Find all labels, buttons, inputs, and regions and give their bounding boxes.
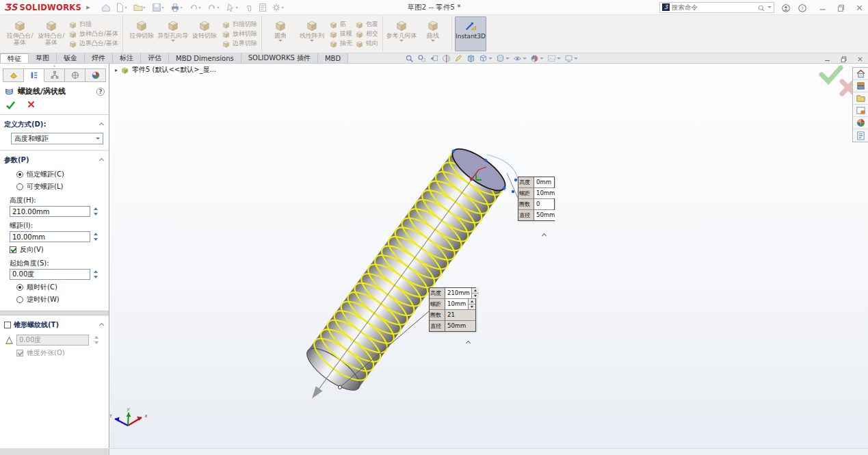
ribbon-button-筋[interactable]: 筋 [329, 20, 352, 29]
view-settings-icon[interactable] [564, 54, 578, 63]
ribbon-button-旋转切除[interactable]: 旋转切除 [189, 16, 220, 51]
section-view-icon[interactable] [442, 54, 451, 63]
pane-tab-propertymanager[interactable] [24, 68, 44, 82]
file-properties-icon[interactable] [257, 2, 269, 13]
ribbon-button-放样凸台/基体[interactable]: 放样凸台/基体 [68, 29, 118, 38]
callout-collapse-icon[interactable] [466, 335, 470, 348]
zoom-to-area-icon[interactable] [417, 54, 426, 63]
callout-value[interactable]: 210mm [445, 288, 471, 298]
previous-view-icon[interactable] [430, 54, 438, 63]
ribbon-button-圆角[interactable]: 圆角 [265, 16, 296, 51]
undo-icon[interactable]: ▾ [187, 2, 205, 13]
ribbon-button-相交[interactable]: 相交 [355, 29, 378, 38]
counterclockwise-radio[interactable]: 逆时针(W) [16, 295, 109, 304]
tab-钣金[interactable]: 钣金 [57, 53, 85, 63]
edit-appearance-icon[interactable] [530, 54, 544, 63]
ok-button[interactable] [5, 100, 16, 110]
pane-tab-dimxpertmanager[interactable] [65, 68, 86, 82]
pitch-spinner[interactable] [92, 231, 100, 242]
constant-pitch-radio[interactable]: 恒定螺距(C) [16, 170, 109, 179]
restore-button[interactable] [837, 1, 845, 14]
parameters-section-header[interactable]: 参数(P) [0, 151, 109, 167]
view-orientation-icon[interactable] [479, 54, 492, 63]
document-close-button[interactable] [856, 52, 864, 65]
variable-pitch-radio[interactable]: 可变螺距(L) [16, 182, 109, 192]
redo-icon[interactable]: ▾ [206, 2, 223, 13]
expand-arrow-icon[interactable]: ▸ [115, 67, 118, 73]
print-icon[interactable]: ▾ [169, 2, 186, 13]
tab-特征[interactable]: 特征 [0, 53, 29, 63]
cancel-button[interactable] [27, 100, 36, 110]
ribbon-button-拔模[interactable]: 拔模 [329, 29, 352, 38]
appearances-scenes-icon[interactable] [853, 117, 868, 129]
feature-tree-root[interactable]: ▸ 零件5 (默认<<默认>_显... [115, 65, 216, 75]
pane-tab-configuration-manager[interactable] [44, 68, 65, 82]
search-input[interactable] [672, 3, 755, 11]
pm-help-icon[interactable]: ? [96, 88, 105, 96]
taper-helix-checkbox[interactable] [4, 322, 11, 328]
hide-show-items-icon[interactable] [513, 54, 527, 63]
pitch-input[interactable] [10, 231, 90, 242]
dynamic-annotation-icon[interactable] [454, 54, 463, 63]
start-angle-spinner[interactable] [92, 269, 100, 280]
ribbon-button-参考几何体[interactable]: 参考几何体 [386, 16, 417, 51]
ribbon-button-放样切除[interactable]: 放样切除 [222, 29, 257, 38]
apply-scene-icon[interactable] [547, 54, 561, 63]
ribbon-button-旋转凸台/基体[interactable]: 旋转凸台/基体 [36, 16, 67, 51]
ribbon-button-抽壳[interactable]: 抽壳 [329, 39, 352, 48]
ribbon-button-Instant3D[interactable]: Instant3D [455, 16, 486, 51]
callout-value[interactable]: 10mm [534, 188, 556, 198]
save-icon[interactable]: ▾ [150, 2, 168, 13]
ribbon-button-扫描[interactable]: 扫描 [68, 20, 118, 29]
options-icon[interactable]: ▾ [270, 2, 287, 13]
search-dropdown-icon[interactable] [767, 6, 772, 8]
height-spinner[interactable] [92, 206, 100, 217]
define-method-section-header[interactable]: 定义方式(D): [0, 115, 109, 131]
start-angle-input[interactable] [10, 269, 90, 280]
callout-spinner[interactable] [468, 299, 475, 309]
taper-helix-section-header[interactable]: 锥形螺纹线(T) [0, 315, 109, 332]
callout-value[interactable]: 0mm [534, 177, 554, 187]
tab-评估[interactable]: 评估 [141, 53, 169, 63]
callout-value[interactable]: 10mm [445, 299, 468, 309]
search-icon[interactable] [757, 1, 765, 14]
file-explorer-icon[interactable] [853, 92, 868, 105]
tab-焊件[interactable]: 焊件 [85, 53, 113, 63]
ribbon-button-拉伸凸台/基体[interactable]: 拉伸凸台/基体 [4, 16, 36, 51]
design-library-icon[interactable] [853, 80, 868, 92]
new-document-icon[interactable]: ▾ [114, 2, 131, 13]
ribbon-button-边界切除[interactable]: 边界切除 [222, 39, 257, 48]
callout-spinner[interactable] [471, 288, 479, 298]
custom-properties-icon[interactable] [853, 129, 868, 142]
close-button[interactable] [855, 1, 864, 14]
height-input[interactable] [10, 206, 90, 217]
minimize-button[interactable] [818, 1, 827, 14]
callout-value[interactable]: 21 [445, 310, 475, 320]
callout-value[interactable]: 0 [534, 199, 554, 209]
ribbon-button-曲线[interactable]: 曲线 [417, 16, 449, 51]
3d-drawing-view-icon[interactable] [466, 54, 475, 63]
define-method-select[interactable]: 高度和螺距 [11, 133, 103, 144]
login-icon[interactable] [781, 1, 791, 14]
ribbon-button-包覆[interactable]: 包覆 [355, 20, 378, 29]
display-style-icon[interactable] [496, 54, 510, 63]
confirm-ok-button[interactable] [821, 68, 841, 81]
ribbon-button-边界凸台/基体[interactable]: 边界凸台/基体 [68, 39, 118, 48]
ribbon-button-拉伸切除[interactable]: 拉伸切除 [126, 16, 157, 51]
tab-标注[interactable]: 标注 [113, 53, 141, 63]
tab-草图[interactable]: 草图 [29, 53, 57, 63]
panel-splitter[interactable] [0, 64, 109, 68]
tab-SOLIDWORKS 插件[interactable]: SOLIDWORKS 插件 [241, 53, 318, 63]
callout-value[interactable]: 50mm [445, 321, 475, 331]
document-minimize-button[interactable] [824, 52, 831, 65]
ribbon-button-扫描切除[interactable]: 扫描切除 [222, 20, 257, 29]
pane-tab-displaymanager[interactable] [86, 68, 106, 82]
menu-expand-arrow[interactable]: ▶ [86, 5, 90, 10]
ribbon-button-异型孔向导[interactable]: 异型孔向导 [157, 16, 189, 51]
ribbon-button-镜向[interactable]: 镜向 [355, 39, 378, 48]
help-icon[interactable]: ? [798, 1, 807, 14]
home-icon[interactable] [100, 2, 112, 13]
callout-value[interactable]: 50mm [534, 210, 556, 220]
solidworks-resources-icon[interactable] [853, 68, 868, 80]
clockwise-radio[interactable]: 顺时针(C) [16, 283, 109, 292]
